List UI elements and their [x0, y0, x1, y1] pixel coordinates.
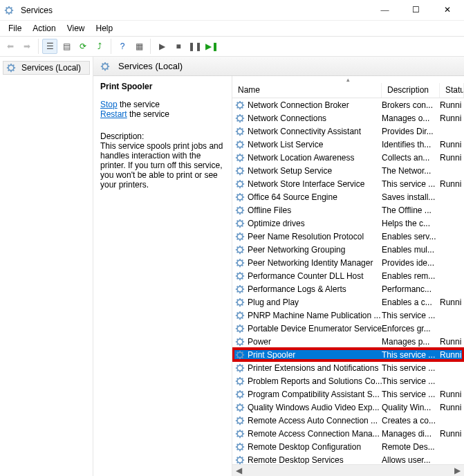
table-row[interactable]: Network Connectivity AssistantProvides D…: [232, 125, 464, 138]
restart-service-button[interactable]: ▶❚: [204, 39, 219, 54]
table-row[interactable]: Peer Name Resolution ProtocolEnables ser…: [232, 230, 464, 243]
table-row[interactable]: Network Store Interface ServiceThis serv…: [232, 177, 464, 190]
menu-help[interactable]: Help: [91, 22, 119, 35]
table-row[interactable]: Performance Counter DLL HostEnables rem.…: [232, 269, 464, 282]
service-name: Network Connectivity Assistant: [248, 127, 361, 136]
service-description: This service ...: [382, 376, 440, 386]
table-row[interactable]: Print SpoolerThis service ...Runni: [232, 348, 464, 361]
table-row[interactable]: Peer Networking GroupingEnables mul...: [232, 243, 464, 256]
service-description: Allows user...: [382, 455, 440, 465]
service-description: Manages p...: [382, 337, 440, 347]
column-description[interactable]: Description: [382, 83, 440, 98]
stop-link[interactable]: Stop: [100, 100, 118, 109]
menu-file[interactable]: File: [3, 22, 27, 35]
service-status: Runni: [440, 390, 464, 399]
tree-pane: Services (Local): [0, 57, 93, 476]
gear-icon: [235, 205, 245, 215]
table-row[interactable]: Program Compatibility Assistant S...This…: [232, 387, 464, 401]
table-row[interactable]: Quality Windows Audio Video Exp...Qualit…: [232, 401, 464, 414]
service-description: This service ...: [382, 311, 440, 320]
tree-root-label: Services (Local): [21, 63, 81, 73]
table-row[interactable]: Network Setup ServiceThe Networ...: [232, 164, 464, 177]
service-status: Runni: [440, 153, 464, 163]
table-row[interactable]: Network ConnectionsManages o...Runni: [232, 111, 464, 125]
service-status: Runni: [440, 298, 464, 307]
service-description: Identifies th...: [382, 140, 440, 149]
service-description: This service ...: [382, 390, 440, 399]
properties-toolbar-button[interactable]: ▤: [59, 39, 74, 54]
tree-root-item[interactable]: Services (Local): [3, 61, 90, 75]
table-row[interactable]: Remote Access Auto Connection ...Creates…: [232, 414, 464, 427]
menu-view[interactable]: View: [62, 22, 91, 35]
service-description: Creates a co...: [382, 416, 440, 425]
service-status: Runni: [440, 350, 464, 360]
description-body: This service spools print jobs and handl…: [100, 141, 225, 190]
table-row[interactable]: Network Location AwarenessCollects an...…: [232, 151, 464, 164]
table-row[interactable]: Remote Desktop ServicesAllows user...: [232, 453, 464, 464]
table-row[interactable]: Network List ServiceIdentifies th...Runn…: [232, 138, 464, 151]
column-name[interactable]: Name: [232, 83, 382, 98]
restart-link[interactable]: Restart: [100, 109, 127, 119]
gear-icon: [235, 442, 245, 452]
stop-service-button[interactable]: ■: [171, 39, 186, 54]
table-row[interactable]: Office 64 Source EngineSaves install...: [232, 190, 464, 203]
gear-icon: [235, 403, 245, 412]
service-name: Power: [248, 337, 271, 347]
service-description: The Networ...: [382, 166, 440, 176]
service-description: Brokers con...: [382, 100, 440, 110]
maximize-button[interactable]: ☐: [400, 0, 431, 20]
scroll-right-icon[interactable]: ▶: [452, 466, 463, 475]
menubar: File Action View Help: [0, 21, 464, 36]
service-description: This service ...: [382, 363, 440, 373]
close-button[interactable]: ✕: [431, 0, 463, 20]
gear-icon: [235, 113, 245, 123]
toolbar: ⬅ ➡ ☰ ▤ ⟳ ⤴ ? ▦ ▶ ■ ❚❚ ▶❚: [0, 36, 464, 57]
back-button[interactable]: ⬅: [3, 39, 18, 54]
gear-icon: [235, 429, 245, 439]
service-name: Network Connections: [248, 113, 326, 123]
gear-icon: [235, 390, 245, 399]
table-row[interactable]: Performance Logs & AlertsPerformanc...: [232, 282, 464, 295]
service-list[interactable]: Network Connection BrokerBrokers con...R…: [232, 98, 464, 464]
help-button[interactable]: ?: [115, 39, 130, 54]
table-row[interactable]: Peer Networking Identity ManagerProvides…: [232, 256, 464, 269]
pause-service-button[interactable]: ❚❚: [187, 39, 203, 54]
service-name: Problem Reports and Solutions Co...: [248, 376, 382, 386]
gear-icon: [235, 284, 245, 294]
column-status[interactable]: Status: [440, 83, 464, 98]
service-name: Offline Files: [248, 205, 291, 215]
table-row[interactable]: Remote Access Connection Mana...Manages …: [232, 427, 464, 440]
gear-icon: [235, 245, 245, 255]
table-row[interactable]: Problem Reports and Solutions Co...This …: [232, 374, 464, 387]
minimize-button[interactable]: —: [369, 0, 400, 20]
show-hide-tree-button[interactable]: ☰: [42, 39, 57, 54]
sort-indicator-icon: ▴: [232, 76, 464, 83]
start-service-button[interactable]: ▶: [154, 39, 169, 54]
table-row[interactable]: Portable Device Enumerator ServiceEnforc…: [232, 322, 464, 335]
scroll-left-icon[interactable]: ◀: [234, 466, 244, 475]
gear-icon: [235, 153, 245, 163]
refresh-button[interactable]: ⟳: [75, 39, 91, 54]
gear-icon: [235, 166, 245, 176]
menu-action[interactable]: Action: [27, 22, 61, 35]
horizontal-scrollbar[interactable]: ◀ ▶: [232, 464, 464, 476]
service-description: Enables a c...: [382, 298, 440, 307]
forward-button[interactable]: ➡: [19, 39, 35, 54]
app-icon: [4, 6, 14, 15]
table-row[interactable]: PowerManages p...Runni: [232, 335, 464, 348]
gear-icon: [235, 350, 245, 360]
service-name: Network Connection Broker: [248, 100, 349, 110]
service-name: Quality Windows Audio Video Exp...: [248, 403, 380, 412]
table-row[interactable]: Network Connection BrokerBrokers con...R…: [232, 98, 464, 111]
gear-icon: [235, 271, 245, 281]
table-row[interactable]: Remote Desktop ConfigurationRemote Des..…: [232, 440, 464, 453]
table-row[interactable]: Plug and PlayEnables a c...Runni: [232, 295, 464, 309]
export-button[interactable]: ⤴: [92, 39, 107, 54]
columns-button[interactable]: ▦: [131, 39, 147, 54]
table-row[interactable]: Printer Extensions and NotificationsThis…: [232, 361, 464, 374]
table-row[interactable]: PNRP Machine Name Publication ...This se…: [232, 309, 464, 322]
table-row[interactable]: Optimize drivesHelps the c...: [232, 217, 464, 230]
gear-icon: [235, 232, 245, 241]
table-row[interactable]: Offline FilesThe Offline ...: [232, 203, 464, 217]
service-name: Peer Networking Grouping: [248, 245, 345, 255]
